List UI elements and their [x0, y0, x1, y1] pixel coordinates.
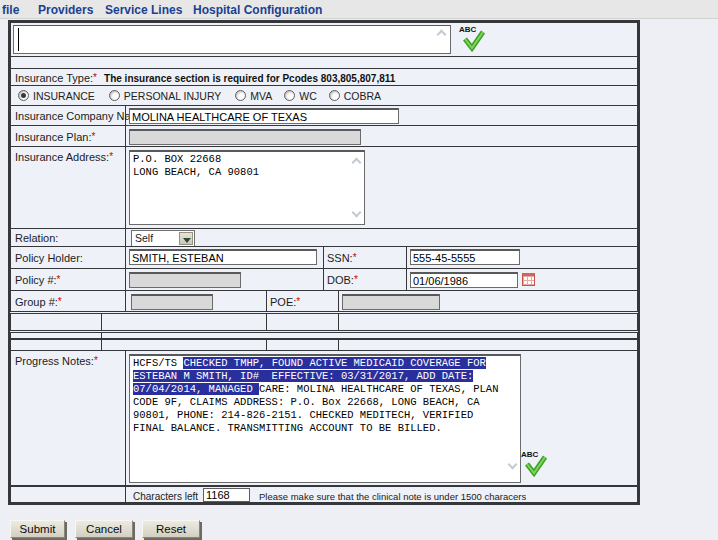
menu-item-providers[interactable]: Providers: [38, 3, 93, 17]
spellcheck-icon[interactable]: ABC: [521, 450, 551, 480]
insurance-type-row: Insurance Type:* The insurance section i…: [10, 68, 638, 86]
company-name-row: Insurance Company Name:*: [10, 105, 638, 126]
insurance-type-label: Insurance Type:* The insurance section i…: [15, 72, 395, 84]
radio-icon: [109, 90, 120, 101]
insurance-type-note: The insurance section is required for Pc…: [104, 73, 395, 84]
radio-cobra[interactable]: COBRA: [329, 90, 381, 102]
insurance-plan-row: Insurance Plan:*: [10, 125, 638, 147]
group-number-input: [131, 294, 213, 310]
company-name-input[interactable]: [129, 108, 399, 124]
spellcheck-icon[interactable]: ABC: [459, 25, 489, 55]
check-icon: [462, 30, 486, 52]
char-counter-note: Please make sure that the clinical note …: [259, 491, 526, 502]
insurance-address-textarea[interactable]: P.O. BOX 22668 LONG BEACH, CA 90801: [129, 150, 365, 225]
relation-row: Relation: Self: [10, 228, 638, 247]
relation-select[interactable]: Self: [131, 230, 195, 247]
cancel-button[interactable]: Cancel: [75, 520, 133, 538]
radio-wc[interactable]: WC: [284, 90, 317, 102]
progress-notes-row: Progress Notes:* HCFS/TS CHECKED TMHP, F…: [10, 350, 638, 486]
submit-button[interactable]: Submit: [10, 520, 65, 538]
calendar-icon[interactable]: [522, 273, 535, 286]
progress-notes-textarea[interactable]: HCFS/TS CHECKED TMHP, FOUND ACTIVE MEDIC…: [129, 354, 521, 483]
insurance-address-row: Insurance Address:* P.O. BOX 22668 LONG …: [10, 146, 638, 229]
check-icon: [524, 455, 548, 477]
radio-icon: [284, 90, 295, 101]
radio-personal-injury[interactable]: PERSONAL INJURY: [109, 90, 221, 102]
relation-selected-value: Self: [135, 232, 153, 244]
insurance-form: ABC Insurance Type:* The insurance secti…: [8, 20, 640, 505]
text-caret: [18, 28, 19, 51]
radio-selected-icon: [18, 90, 29, 101]
menu-bar: file Providers Service Lines Hospital Co…: [0, 0, 718, 19]
insurance-address-label: Insurance Address:*: [15, 151, 113, 163]
menu-item-hospital-configuration[interactable]: Hospital Configuration: [193, 3, 322, 17]
radio-insurance[interactable]: INSURANCE: [18, 90, 95, 102]
app-window: file Providers Service Lines Hospital Co…: [0, 0, 718, 540]
note-text: HCFS/TS: [133, 357, 183, 369]
ssn-label: SSN:*: [327, 252, 357, 264]
radio-mva[interactable]: MVA: [235, 90, 272, 102]
policy-holder-row: Policy Holder: SSN:*: [10, 246, 638, 269]
menu-item-file[interactable]: file: [2, 3, 19, 17]
relation-label: Relation:: [15, 232, 58, 244]
insurance-plan-label: Insurance Plan:*: [15, 131, 95, 143]
char-counter-input[interactable]: [203, 488, 250, 502]
empty-row-1: [10, 313, 638, 331]
poe-label: POE:*: [270, 296, 300, 308]
char-counter-row: Characters left Please make sure that th…: [10, 486, 638, 503]
ssn-input[interactable]: [410, 249, 520, 265]
policy-number-input: [129, 272, 241, 288]
radio-icon: [329, 90, 340, 101]
reset-button[interactable]: Reset: [142, 520, 200, 538]
chevron-down-icon[interactable]: [179, 232, 193, 245]
policy-holder-input[interactable]: [129, 249, 317, 265]
policy-number-row: Policy #:* DOB:*: [10, 268, 638, 291]
policy-number-label: Policy #:*: [15, 274, 60, 286]
insurance-plan-input: [129, 129, 361, 145]
top-note-row: ABC: [10, 22, 638, 57]
char-counter-label: Characters left: [133, 491, 198, 502]
progress-notes-label: Progress Notes:*: [15, 355, 98, 367]
group-number-label: Group #:*: [15, 296, 62, 308]
insurance-type-options-row: INSURANCE PERSONAL INJURY MVA WC COBRA: [10, 85, 638, 106]
group-number-row: Group #:* POE:*: [10, 290, 638, 312]
required-marker: *: [93, 72, 97, 83]
radio-icon: [235, 90, 246, 101]
dob-label: DOB:*: [327, 274, 358, 286]
thin-row: [10, 332, 638, 339]
menu-item-service-lines[interactable]: Service Lines: [105, 3, 182, 17]
poe-input: [342, 294, 440, 310]
policy-holder-label: Policy Holder:: [15, 252, 83, 264]
top-note-textarea[interactable]: [13, 25, 451, 54]
dob-input[interactable]: [410, 272, 518, 288]
